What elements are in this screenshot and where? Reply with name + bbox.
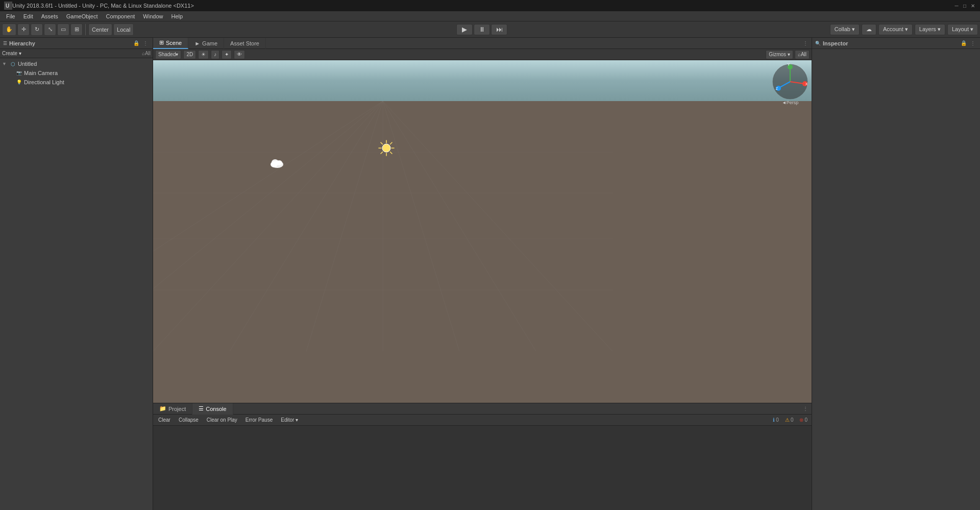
menu-edit[interactable]: Edit <box>19 11 37 21</box>
layers-button[interactable]: Layers ▾ <box>915 24 945 35</box>
create-label: Create ▾ <box>2 51 21 56</box>
layout-label: Layout ▾ <box>952 26 973 33</box>
tab-project[interactable]: 📁 Project <box>153 403 192 415</box>
hierarchy-content: ▼ ⬡ Untitled 📷 Main Camera 💡 Directional… <box>0 58 153 510</box>
scene-effects-button[interactable]: ✦ <box>222 50 232 59</box>
svg-line-23 <box>381 152 383 154</box>
step-button[interactable]: ⏭ <box>491 24 507 35</box>
center-button[interactable]: Center <box>88 23 112 36</box>
pause-button[interactable]: ⏸ <box>474 24 490 35</box>
tab-asset-store[interactable]: Asset Store <box>224 38 266 49</box>
menu-help[interactable]: Help <box>167 11 187 21</box>
inspector-content <box>812 49 980 510</box>
minimize-button[interactable]: ─ <box>953 3 960 9</box>
hierarchy-search-label: ⌕All <box>142 51 151 56</box>
layout-button[interactable]: Layout ▾ <box>947 24 978 35</box>
menu-gameobject[interactable]: GameObject <box>62 11 102 21</box>
inspector-header: 🔍 Inspector 🔒 ⋮ <box>812 38 980 49</box>
console-toolbar: Clear Collapse Clear on Play Error Pause… <box>153 415 812 426</box>
gizmos-button[interactable]: Gizmos ▾ <box>766 50 793 59</box>
svg-text:Z: Z <box>776 87 778 90</box>
hierarchy-main-camera[interactable]: 📷 Main Camera <box>0 68 153 78</box>
tab-console[interactable]: ☰ Console <box>192 403 233 415</box>
svg-line-6 <box>383 101 459 351</box>
scale-tool-button[interactable]: ⤡ <box>44 23 56 36</box>
inspector-tab-icon: 🔍 <box>815 41 821 46</box>
menu-file[interactable]: File <box>2 11 19 21</box>
game-tab-icon: ► <box>194 40 200 46</box>
error-icon: ⊗ <box>799 417 803 423</box>
clear-button[interactable]: Clear <box>155 416 174 425</box>
clear-on-play-button[interactable]: Clear on Play <box>204 416 240 425</box>
hierarchy-panel: ☰ Hierarchy 🔒 ⋮ Create ▾ ⌕All ▼ ⬡ Untitl… <box>0 38 153 510</box>
scene-hidden-button[interactable]: 👁 <box>234 50 245 59</box>
account-button[interactable]: Account ▾ <box>878 24 913 35</box>
multi-tool-button[interactable]: ⊞ <box>70 23 83 36</box>
info-icon: ℹ <box>773 417 775 423</box>
scene-gizmo[interactable]: Y X Z <box>772 63 808 100</box>
svg-line-7 <box>383 101 536 351</box>
restore-button[interactable]: □ <box>962 3 968 9</box>
inspector-menu-button[interactable]: ⋮ <box>969 39 977 47</box>
cloud-icon: ☁ <box>866 26 872 33</box>
scene-audio-button[interactable]: ♪ <box>211 50 219 59</box>
bottom-panel-menu-button[interactable]: ⋮ <box>801 405 810 413</box>
move-tool-button[interactable]: ✛ <box>17 23 30 36</box>
hierarchy-directional-light[interactable]: 💡 Directional Light <box>0 78 153 87</box>
scene-name: Untitled <box>18 61 37 67</box>
hand-tool-button[interactable]: ✋ <box>2 23 16 36</box>
scene-grid <box>153 101 812 403</box>
info-badge[interactable]: ℹ 0 <box>771 417 781 423</box>
error-pause-button[interactable]: Error Pause <box>242 416 276 425</box>
layers-label: Layers ▾ <box>919 26 941 33</box>
window-controls: ─ □ ✕ <box>953 3 976 9</box>
collapse-button[interactable]: Collapse <box>176 416 202 425</box>
rotate-tool-button[interactable]: ↻ <box>31 23 43 36</box>
hierarchy-lock-button[interactable]: 🔒 <box>132 39 140 47</box>
project-tab-label: Project <box>168 406 186 412</box>
scene-expand-arrow: ▼ <box>2 61 8 66</box>
hierarchy-menu-button[interactable]: ⋮ <box>141 39 150 47</box>
inspector-lock-button[interactable]: 🔒 <box>960 39 968 47</box>
play-button[interactable]: ▶ <box>456 24 473 35</box>
local-button[interactable]: Local <box>113 23 134 36</box>
error-badge[interactable]: ⊗ 0 <box>797 417 810 423</box>
console-content <box>153 426 812 510</box>
scene-toolbar: Shaded ▾ 2D ☀ ♪ ✦ 👁 Gizmos ▾ ⌕All <box>153 49 812 60</box>
2d-button[interactable]: 2D <box>183 50 196 59</box>
menu-window[interactable]: Window <box>139 11 167 21</box>
shading-mode-button[interactable]: Shaded ▾ <box>155 50 181 59</box>
collab-button[interactable]: Collab ▾ <box>830 24 860 35</box>
tab-game[interactable]: ► Game <box>188 38 224 49</box>
rect-tool-button[interactable]: ▭ <box>57 23 69 36</box>
console-right: ℹ 0 ⚠ 0 ⊗ 0 <box>771 417 810 423</box>
close-button[interactable]: ✕ <box>970 3 976 9</box>
svg-line-3 <box>230 101 383 351</box>
svg-point-27 <box>276 160 282 165</box>
hierarchy-title: Hierarchy <box>9 40 35 46</box>
title-bar: U Unity 2018.3.6f1 - Untitled - Unity - … <box>0 0 980 11</box>
hierarchy-create-button[interactable]: Create ▾ <box>2 51 21 56</box>
svg-line-21 <box>390 152 393 154</box>
editor-dropdown-button[interactable]: Editor ▾ <box>278 416 301 425</box>
console-tab-label: Console <box>206 406 226 412</box>
light-icon: 💡 <box>15 79 22 86</box>
warning-badge[interactable]: ⚠ 0 <box>783 417 796 423</box>
camera-label: Main Camera <box>24 70 58 76</box>
hierarchy-search[interactable]: ⌕All <box>142 51 151 56</box>
scene-search-button[interactable]: ⌕All <box>795 50 810 59</box>
scene-panel-menu-button[interactable]: ⋮ <box>801 39 810 47</box>
hierarchy-scene-root[interactable]: ▼ ⬡ Untitled <box>0 59 153 68</box>
inspector-title: Inspector <box>823 40 848 46</box>
tab-scene[interactable]: ⊞ Scene <box>153 38 188 49</box>
directional-light-icon <box>378 139 395 161</box>
scene-viewport[interactable]: Y X Z ◄Persp <box>153 60 812 403</box>
persp-label[interactable]: ◄Persp <box>772 100 808 105</box>
scene-lighting-button[interactable]: ☀ <box>198 50 209 59</box>
menu-component[interactable]: Component <box>102 11 139 21</box>
toolbar-center: ▶ ⏸ ⏭ <box>135 24 828 35</box>
cloud-button[interactable]: ☁ <box>862 24 876 35</box>
scene-tab-label: Scene <box>166 40 182 46</box>
inspector-panel: 🔍 Inspector 🔒 ⋮ <box>812 38 980 510</box>
menu-assets[interactable]: Assets <box>37 11 62 21</box>
